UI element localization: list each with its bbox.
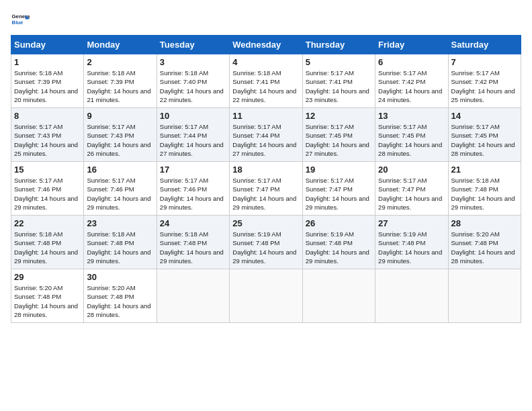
day-info: Sunrise: 5:19 AM Sunset: 7:48 PM Dayligh… (232, 230, 299, 265)
calendar-cell: 14Sunrise: 5:17 AM Sunset: 7:45 PM Dayli… (448, 108, 521, 162)
calendar-cell: 9Sunrise: 5:17 AM Sunset: 7:43 PM Daylig… (84, 108, 157, 162)
day-info: Sunrise: 5:20 AM Sunset: 7:48 PM Dayligh… (87, 283, 153, 319)
day-info: Sunrise: 5:18 AM Sunset: 7:39 PM Dayligh… (87, 68, 153, 104)
day-info: Sunrise: 5:17 AM Sunset: 7:42 PM Dayligh… (451, 68, 518, 104)
calendar-cell (157, 269, 229, 323)
calendar-cell: 24Sunrise: 5:18 AM Sunset: 7:48 PM Dayli… (157, 216, 229, 269)
calendar-cell: 1Sunrise: 5:18 AM Sunset: 7:39 PM Daylig… (11, 54, 84, 108)
day-info: Sunrise: 5:18 AM Sunset: 7:48 PM Dayligh… (451, 176, 518, 212)
day-number: 9 (87, 111, 153, 121)
calendar-cell: 25Sunrise: 5:19 AM Sunset: 7:48 PM Dayli… (230, 216, 302, 269)
day-info: Sunrise: 5:17 AM Sunset: 7:45 PM Dayligh… (306, 122, 372, 158)
calendar-cell: 21Sunrise: 5:18 AM Sunset: 7:48 PM Dayli… (448, 162, 521, 216)
day-info: Sunrise: 5:17 AM Sunset: 7:43 PM Dayligh… (87, 122, 153, 158)
calendar-cell: 22Sunrise: 5:18 AM Sunset: 7:48 PM Dayli… (11, 216, 84, 269)
day-info: Sunrise: 5:17 AM Sunset: 7:47 PM Dayligh… (232, 176, 299, 212)
calendar-cell (230, 269, 302, 323)
day-number: 22 (14, 218, 81, 228)
day-number: 20 (378, 165, 445, 175)
calendar-cell: 8Sunrise: 5:17 AM Sunset: 7:43 PM Daylig… (11, 108, 84, 162)
calendar-cell: 4Sunrise: 5:18 AM Sunset: 7:41 PM Daylig… (230, 54, 302, 108)
day-info: Sunrise: 5:17 AM Sunset: 7:45 PM Dayligh… (451, 122, 518, 158)
calendar-cell: 6Sunrise: 5:17 AM Sunset: 7:42 PM Daylig… (375, 54, 448, 108)
page-header: General Blue (11, 11, 521, 30)
calendar-cell: 13Sunrise: 5:17 AM Sunset: 7:45 PM Dayli… (375, 108, 448, 162)
day-number: 30 (87, 272, 153, 282)
calendar-week-4: 22Sunrise: 5:18 AM Sunset: 7:48 PM Dayli… (11, 216, 521, 269)
calendar-cell: 18Sunrise: 5:17 AM Sunset: 7:47 PM Dayli… (230, 162, 302, 216)
day-info: Sunrise: 5:17 AM Sunset: 7:42 PM Dayligh… (378, 68, 445, 104)
day-number: 5 (306, 57, 372, 67)
calendar-cell: 2Sunrise: 5:18 AM Sunset: 7:39 PM Daylig… (84, 54, 157, 108)
day-info: Sunrise: 5:18 AM Sunset: 7:40 PM Dayligh… (160, 68, 226, 104)
day-number: 7 (451, 57, 518, 67)
day-number: 19 (306, 165, 372, 175)
day-info: Sunrise: 5:17 AM Sunset: 7:46 PM Dayligh… (160, 176, 226, 212)
calendar-week-2: 8Sunrise: 5:17 AM Sunset: 7:43 PM Daylig… (11, 108, 521, 162)
day-info: Sunrise: 5:17 AM Sunset: 7:44 PM Dayligh… (232, 122, 299, 158)
calendar-week-1: 1Sunrise: 5:18 AM Sunset: 7:39 PM Daylig… (11, 54, 521, 108)
calendar-cell (448, 269, 521, 323)
day-info: Sunrise: 5:17 AM Sunset: 7:46 PM Dayligh… (87, 176, 153, 212)
calendar-cell: 3Sunrise: 5:18 AM Sunset: 7:40 PM Daylig… (157, 54, 229, 108)
calendar-cell: 5Sunrise: 5:17 AM Sunset: 7:41 PM Daylig… (302, 54, 375, 108)
calendar-cell: 19Sunrise: 5:17 AM Sunset: 7:47 PM Dayli… (302, 162, 375, 216)
day-number: 17 (160, 165, 226, 175)
column-header-monday: Monday (84, 36, 157, 54)
day-number: 13 (378, 111, 445, 121)
column-header-tuesday: Tuesday (157, 36, 229, 54)
column-header-thursday: Thursday (302, 36, 375, 54)
day-number: 11 (232, 111, 299, 121)
calendar-cell: 10Sunrise: 5:17 AM Sunset: 7:44 PM Dayli… (157, 108, 229, 162)
svg-text:Blue: Blue (12, 19, 24, 26)
calendar-cell: 16Sunrise: 5:17 AM Sunset: 7:46 PM Dayli… (84, 162, 157, 216)
day-info: Sunrise: 5:18 AM Sunset: 7:48 PM Dayligh… (87, 230, 153, 265)
day-info: Sunrise: 5:17 AM Sunset: 7:47 PM Dayligh… (306, 176, 372, 212)
day-number: 12 (306, 111, 372, 121)
day-number: 4 (232, 57, 299, 67)
calendar-cell: 15Sunrise: 5:17 AM Sunset: 7:46 PM Dayli… (11, 162, 84, 216)
day-number: 25 (232, 218, 299, 228)
calendar-cell: 26Sunrise: 5:19 AM Sunset: 7:48 PM Dayli… (302, 216, 375, 269)
day-info: Sunrise: 5:18 AM Sunset: 7:39 PM Dayligh… (14, 68, 81, 104)
day-info: Sunrise: 5:17 AM Sunset: 7:44 PM Dayligh… (160, 122, 226, 158)
column-header-wednesday: Wednesday (230, 36, 302, 54)
day-number: 1 (14, 57, 81, 67)
calendar-cell: 28Sunrise: 5:20 AM Sunset: 7:48 PM Dayli… (448, 216, 521, 269)
calendar-cell: 7Sunrise: 5:17 AM Sunset: 7:42 PM Daylig… (448, 54, 521, 108)
day-number: 8 (14, 111, 81, 121)
day-number: 27 (378, 218, 445, 228)
calendar-cell (375, 269, 448, 323)
calendar-cell: 29Sunrise: 5:20 AM Sunset: 7:48 PM Dayli… (11, 269, 84, 323)
day-number: 29 (14, 272, 81, 282)
header-row: SundayMondayTuesdayWednesdayThursdayFrid… (11, 36, 521, 54)
calendar-week-3: 15Sunrise: 5:17 AM Sunset: 7:46 PM Dayli… (11, 162, 521, 216)
column-header-friday: Friday (375, 36, 448, 54)
day-info: Sunrise: 5:19 AM Sunset: 7:48 PM Dayligh… (306, 230, 372, 265)
day-info: Sunrise: 5:18 AM Sunset: 7:41 PM Dayligh… (232, 68, 299, 104)
calendar-cell: 23Sunrise: 5:18 AM Sunset: 7:48 PM Dayli… (84, 216, 157, 269)
calendar-cell: 17Sunrise: 5:17 AM Sunset: 7:46 PM Dayli… (157, 162, 229, 216)
day-info: Sunrise: 5:17 AM Sunset: 7:41 PM Dayligh… (306, 68, 372, 104)
calendar-cell: 27Sunrise: 5:19 AM Sunset: 7:48 PM Dayli… (375, 216, 448, 269)
calendar-cell: 30Sunrise: 5:20 AM Sunset: 7:48 PM Dayli… (84, 269, 157, 323)
day-info: Sunrise: 5:18 AM Sunset: 7:48 PM Dayligh… (160, 230, 226, 265)
day-info: Sunrise: 5:17 AM Sunset: 7:43 PM Dayligh… (14, 122, 81, 158)
day-number: 6 (378, 57, 445, 67)
day-number: 10 (160, 111, 226, 121)
logo: General Blue (11, 11, 30, 30)
day-info: Sunrise: 5:18 AM Sunset: 7:48 PM Dayligh… (14, 230, 81, 265)
calendar-cell (302, 269, 375, 323)
day-number: 23 (87, 218, 153, 228)
calendar-week-5: 29Sunrise: 5:20 AM Sunset: 7:48 PM Dayli… (11, 269, 521, 323)
column-header-sunday: Sunday (11, 36, 84, 54)
day-info: Sunrise: 5:20 AM Sunset: 7:48 PM Dayligh… (451, 230, 518, 265)
calendar-table: SundayMondayTuesdayWednesdayThursdayFrid… (11, 35, 521, 323)
day-number: 26 (306, 218, 372, 228)
column-header-saturday: Saturday (448, 36, 521, 54)
calendar-cell: 12Sunrise: 5:17 AM Sunset: 7:45 PM Dayli… (302, 108, 375, 162)
day-number: 15 (14, 165, 81, 175)
day-number: 21 (451, 165, 518, 175)
day-number: 16 (87, 165, 153, 175)
calendar-cell: 11Sunrise: 5:17 AM Sunset: 7:44 PM Dayli… (230, 108, 302, 162)
